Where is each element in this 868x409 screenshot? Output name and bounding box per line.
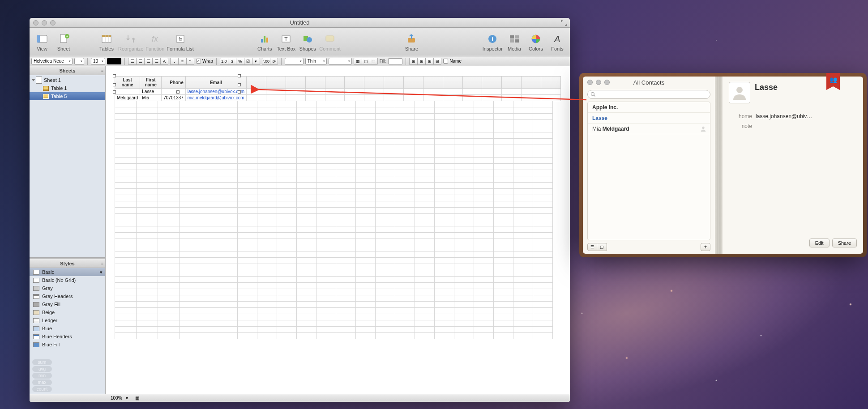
view-button[interactable]: View: [32, 33, 52, 51]
max-pill[interactable]: max: [32, 379, 52, 385]
textbox-button[interactable]: T Text Box: [276, 33, 296, 51]
table-row[interactable]: Lasse lasse.johansen@ubivox.com: [115, 89, 561, 95]
align-justify-button[interactable]: ☰: [152, 58, 160, 65]
col-phone[interactable]: Phone: [162, 77, 186, 89]
percent-button[interactable]: %: [236, 58, 244, 65]
min-pill[interactable]: min: [32, 373, 52, 379]
align-center-button[interactable]: ☰: [136, 58, 144, 65]
checkbox-fmt-button[interactable]: ☑: [244, 58, 252, 65]
table-item-5[interactable]: Table 5: [30, 92, 105, 100]
font-family-select[interactable]: Helvetica Neue: [31, 58, 73, 65]
style-blue-headers[interactable]: Blue Headers: [30, 332, 105, 341]
contacts-search-input[interactable]: [587, 90, 710, 99]
decimal-button[interactable]: 1.0: [220, 58, 228, 65]
font-style-select[interactable]: [74, 58, 84, 65]
contact-photo[interactable]: [729, 82, 750, 103]
style-beige[interactable]: Beige: [30, 308, 105, 316]
table-item-1[interactable]: Table 1: [30, 84, 105, 92]
function-button[interactable]: fx Function: [145, 33, 165, 51]
footers-button[interactable]: ⊞: [417, 58, 425, 65]
style-basic-nogrid[interactable]: Basic (No Grid): [30, 276, 105, 284]
align-right-button[interactable]: ☰: [144, 58, 152, 65]
view-list-button[interactable]: ☰: [587, 243, 597, 251]
shapes-button[interactable]: Shapes: [298, 33, 317, 51]
zoom-menu-icon[interactable]: ▾: [126, 396, 128, 400]
formula-list-button[interactable]: fx Formula List: [167, 33, 194, 51]
style-gray-fill[interactable]: Gray Fill: [30, 300, 105, 308]
col-firstname[interactable]: First name: [140, 77, 162, 89]
contact-list-item-lasse[interactable]: Lasse: [588, 113, 710, 124]
border-color-select[interactable]: [329, 58, 352, 65]
headers-button[interactable]: ⊞: [409, 58, 417, 65]
close-button[interactable]: [587, 80, 593, 85]
contact-list-item-mia[interactable]: Mia Meldgaard: [588, 124, 710, 134]
reorganize-button[interactable]: Reorganize: [118, 33, 143, 51]
empty-grid-area[interactable]: [115, 101, 553, 339]
border-out-button[interactable]: ▢: [362, 58, 370, 65]
align-left-button[interactable]: ☰: [128, 58, 136, 65]
col-lastname[interactable]: Last name: [115, 77, 140, 89]
more-fmt-button[interactable]: ▾: [252, 58, 260, 65]
zoom-button[interactable]: [604, 80, 610, 85]
fill-color-swatch[interactable]: [388, 58, 402, 64]
wrap-checkbox[interactable]: ✓Wrap: [196, 59, 213, 64]
minimize-button[interactable]: [596, 80, 601, 85]
data-table[interactable]: Last name First name Phone Email Lasse: [115, 76, 561, 101]
numbers-titlebar[interactable]: Untitled: [30, 18, 570, 28]
valign-mid-button[interactable]: ≡: [178, 58, 186, 65]
sheet-item[interactable]: Sheet 1: [30, 76, 105, 84]
charts-button[interactable]: Charts: [255, 33, 274, 51]
col-email[interactable]: Email: [185, 77, 246, 89]
border-weight-select[interactable]: Thin: [305, 58, 327, 65]
sheet-canvas[interactable]: Last name First name Phone Email Lasse: [106, 66, 570, 394]
edit-button[interactable]: Edit: [809, 239, 830, 247]
count-pill[interactable]: count: [32, 386, 52, 392]
col-blank-1[interactable]: [247, 77, 266, 89]
add-contact-button[interactable]: +: [701, 243, 710, 251]
border-style-select[interactable]: [285, 58, 304, 65]
text-color-swatch[interactable]: [107, 58, 121, 64]
style-blue-fill[interactable]: Blue Fill: [30, 341, 105, 349]
style-blue[interactable]: Blue: [30, 324, 105, 332]
share-button[interactable]: Share: [832, 239, 857, 247]
name-checkbox[interactable]: Name: [443, 59, 462, 64]
view-card-button[interactable]: ▢: [597, 243, 607, 251]
rows-button[interactable]: ⊞: [433, 58, 441, 65]
share-button[interactable]: Share: [402, 33, 421, 51]
avatar-placeholder-icon: [731, 85, 748, 101]
table-row[interactable]: Meldgaard Mia 70701337 mia.meldgaard@ubi…: [115, 95, 561, 101]
reorganize-label: Reorganize: [118, 46, 143, 51]
font-size-select[interactable]: 10: [91, 58, 105, 65]
sheets-tree: Sheet 1 Table 1 Table 5: [30, 75, 105, 257]
tables-button[interactable]: Tables: [97, 33, 116, 51]
border-all-button[interactable]: ▦: [354, 58, 362, 65]
style-gray[interactable]: Gray: [30, 284, 105, 292]
border-none-button[interactable]: ⬚: [370, 58, 378, 65]
style-ledger[interactable]: Ledger: [30, 316, 105, 324]
fonts-button[interactable]: A Fonts: [547, 33, 567, 51]
zoom-level[interactable]: 100%: [111, 396, 122, 400]
colors-button[interactable]: Colors: [526, 33, 546, 51]
contacts-titlebar[interactable]: All Contacts: [583, 77, 715, 88]
dec-decrease-button[interactable]: ‹.00: [262, 58, 270, 65]
style-basic[interactable]: Basic▾: [30, 268, 105, 276]
fullscreen-icon[interactable]: [561, 20, 567, 26]
dec-increase-button[interactable]: .0›: [270, 58, 278, 65]
h-align-group: ☰ ☰ ☰ ☰ A: [128, 58, 168, 65]
comment-button[interactable]: Comment: [319, 33, 341, 51]
avg-pill[interactable]: avg: [32, 366, 52, 372]
bookmark-icon[interactable]: 👥: [826, 73, 840, 86]
sum-pill[interactable]: sum: [32, 359, 52, 365]
align-auto-button[interactable]: A: [160, 58, 168, 65]
valign-top-button[interactable]: ⌄: [170, 58, 178, 65]
inspector-button[interactable]: i Inspector: [483, 33, 503, 51]
valign-bottom-button[interactable]: ⌃: [186, 58, 194, 65]
cols-button[interactable]: ⊞: [425, 58, 433, 65]
style-gray-headers[interactable]: Gray Headers: [30, 292, 105, 300]
contact-list-item-group[interactable]: Apple Inc.: [588, 102, 710, 113]
format-bar: Helvetica Neue 10 ☰ ☰ ☰ ☰ A ⌄ ≡ ⌃ ✓Wrap …: [30, 56, 570, 66]
media-button[interactable]: Media: [505, 33, 524, 51]
email-value[interactable]: lasse.johansen@ubiv…: [756, 113, 812, 119]
sheet-button[interactable]: + Sheet: [54, 33, 73, 51]
currency-button[interactable]: $: [228, 58, 236, 65]
